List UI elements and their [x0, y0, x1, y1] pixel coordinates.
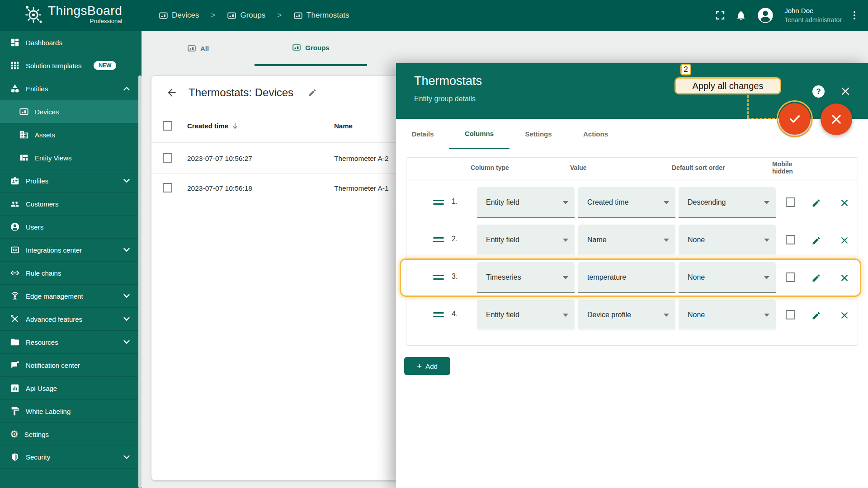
sidebar-item-label: Assets — [35, 131, 55, 139]
row-checkbox[interactable] — [163, 153, 172, 163]
mobile-hidden-checkbox[interactable] — [786, 310, 795, 319]
sidebar-item-assets[interactable]: Assets — [0, 123, 142, 146]
column-header-mobile-hidden: Mobile hidden — [772, 160, 800, 175]
notifications-bell-icon[interactable] — [736, 10, 746, 21]
sidebar-item-settings[interactable]: ⚙ Settings — [0, 422, 142, 446]
sidebar-item-resources[interactable]: Resources — [0, 330, 142, 353]
sidebar-item-label: Security — [26, 453, 50, 461]
sidebar-item-rule-chains[interactable]: Rule chains — [0, 261, 142, 284]
edit-pencil-icon[interactable] — [810, 272, 822, 284]
antenna-icon — [10, 291, 20, 301]
mobile-hidden-checkbox[interactable] — [786, 197, 795, 207]
sidebar-item-edge-management[interactable]: Edge management — [0, 284, 142, 307]
sidebar-item-api-usage[interactable]: Api Usage — [0, 376, 142, 399]
badge-icon — [10, 176, 20, 186]
sidebar-item-label: Entities — [26, 85, 48, 93]
sidebar-item-customers[interactable]: Customers — [0, 192, 142, 215]
column-header-name[interactable]: Name — [334, 122, 353, 130]
sidebar-item-solution-templates[interactable]: Solution templates NEW — [0, 54, 142, 77]
tab-actions[interactable]: Actions — [567, 119, 624, 149]
breadcrumb-thermostats[interactable]: Thermostats — [293, 11, 349, 20]
column-type-select[interactable]: Entity field — [477, 225, 575, 255]
sort-order-select[interactable]: Descending — [679, 187, 776, 218]
sidebar-item-advanced-features[interactable]: Advanced features — [0, 307, 142, 330]
delete-x-icon[interactable] — [839, 310, 850, 321]
sort-desc-arrow-icon — [232, 122, 238, 129]
tab-groups-label: Groups — [305, 44, 329, 52]
sort-order-select[interactable]: None — [679, 225, 776, 255]
sidebar-item-users[interactable]: Users — [0, 215, 142, 238]
sidebar-item-notification-center[interactable]: Notification center — [0, 353, 142, 376]
breadcrumb-label: Thermostats — [307, 11, 349, 20]
sort-order-select[interactable]: None — [679, 300, 776, 330]
tab-settings[interactable]: Settings — [511, 119, 566, 149]
delete-x-icon[interactable] — [839, 197, 850, 209]
sidebar-item-dashboards[interactable]: Dashboards — [0, 31, 142, 54]
sidebar-item-label: Users — [26, 223, 43, 231]
edit-pencil-icon[interactable] — [810, 197, 822, 209]
value-input[interactable]: temperature — [578, 262, 675, 293]
drag-handle-icon[interactable] — [433, 237, 444, 244]
edit-pencil-icon[interactable] — [308, 88, 317, 97]
breadcrumb-devices[interactable]: Devices — [159, 11, 199, 20]
user-info[interactable]: John Doe Tenant administrator — [784, 6, 842, 24]
value-select[interactable]: Name — [578, 225, 675, 255]
add-column-button[interactable]: + Add — [404, 357, 450, 375]
column-header-created-time[interactable]: Created time — [187, 122, 238, 130]
breadcrumb-groups[interactable]: Groups — [227, 11, 265, 20]
column-header-sort-order: Default sort order — [672, 164, 725, 171]
sidebar-item-entity-views[interactable]: Entity Views — [0, 146, 142, 169]
sort-order-select[interactable]: None — [679, 262, 776, 293]
row-index: 2. — [452, 235, 470, 243]
apply-changes-button[interactable] — [779, 103, 811, 135]
avatar-icon[interactable] — [756, 6, 774, 24]
drag-handle-icon[interactable] — [433, 312, 444, 319]
delete-x-icon[interactable] — [839, 272, 850, 284]
thingsboard-logo[interactable]: ThingsBoard Professional — [23, 4, 122, 24]
row-checkbox[interactable] — [163, 183, 172, 192]
edit-pencil-icon[interactable] — [810, 310, 822, 321]
value-select[interactable]: Created time — [578, 187, 675, 218]
sidebar-item-label: Advanced features — [26, 315, 82, 323]
tab-all[interactable]: All — [170, 31, 226, 66]
user-name: John Doe — [784, 6, 842, 15]
sidebar-item-entities[interactable]: Entities — [0, 77, 142, 100]
apps-grid-icon — [10, 61, 20, 70]
fullscreen-icon[interactable] — [715, 10, 726, 21]
select-all-checkbox[interactable] — [163, 121, 172, 131]
integration-icon — [10, 245, 20, 255]
column-type-select[interactable]: Timeseries — [477, 262, 575, 293]
sidebar-item-white-labeling[interactable]: White Labeling — [0, 399, 142, 422]
column-header-column-type: Column type — [471, 164, 509, 171]
drag-handle-icon[interactable] — [433, 275, 444, 282]
sidebar-item-label: Resources — [26, 338, 58, 346]
kebab-menu-icon[interactable] — [852, 9, 857, 21]
help-icon[interactable]: ? — [812, 85, 825, 98]
edit-pencil-icon[interactable] — [810, 235, 822, 246]
drag-handle-icon[interactable] — [433, 200, 444, 207]
close-icon[interactable] — [840, 86, 851, 97]
value-select[interactable]: Device profile — [578, 300, 675, 330]
sidebar-item-security[interactable]: Security — [0, 446, 142, 469]
sidebar-scrollbar[interactable] — [138, 75, 142, 488]
sidebar-item-label: Integrations center — [26, 246, 82, 254]
delete-x-icon[interactable] — [839, 235, 850, 246]
tab-columns[interactable]: Columns — [449, 119, 509, 149]
dashboard-icon — [10, 38, 20, 47]
mobile-hidden-checkbox[interactable] — [786, 235, 795, 244]
sidebar-item-profiles[interactable]: Profiles — [0, 169, 142, 192]
sidebar-item-devices[interactable]: Devices — [0, 100, 142, 123]
sidebar-item-integrations-center[interactable]: Integrations center — [0, 238, 142, 261]
tab-details[interactable]: Details — [398, 119, 448, 149]
user-role: Tenant administrator — [784, 16, 842, 24]
paint-roller-icon — [10, 406, 20, 416]
mobile-hidden-checkbox[interactable] — [786, 272, 795, 282]
tab-groups[interactable]: Groups — [255, 31, 367, 66]
sidebar-item-label: Dashboards — [26, 39, 62, 47]
back-arrow-button[interactable] — [165, 86, 179, 99]
column-type-select[interactable]: Entity field — [477, 187, 575, 218]
discard-changes-button[interactable] — [821, 103, 852, 135]
columns-table: Column type Value Default sort order Mob… — [406, 157, 858, 346]
column-type-select[interactable]: Entity field — [477, 300, 575, 330]
column-config-row-highlighted: 3. Timeseries temperature None — [406, 262, 859, 293]
